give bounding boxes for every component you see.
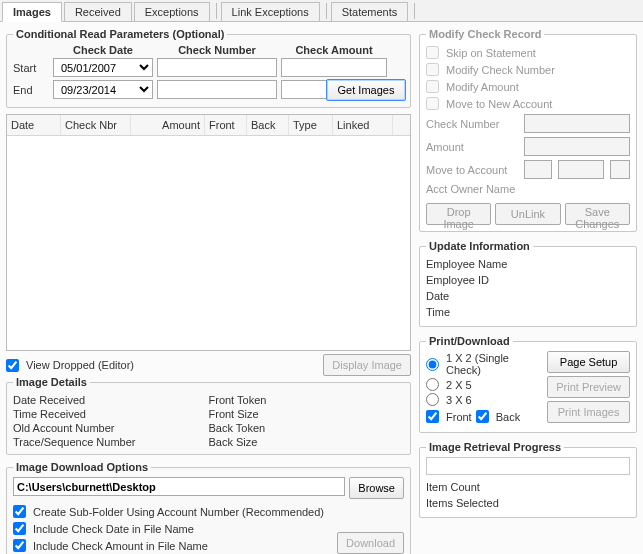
pd-back-row[interactable]: Back [476,408,520,425]
retrieval-progress-group: Image Retrieval Progress Item Count Item… [419,441,637,518]
start-check-number-input[interactable] [157,58,277,77]
drop-image-button: Drop Image [426,203,491,225]
view-dropped-checkbox[interactable] [6,359,19,372]
end-check-number-input[interactable] [157,80,277,99]
print-preview-button[interactable]: Print Preview [547,376,630,398]
tab-received[interactable]: Received [64,2,132,21]
mod-amt-checkbox [426,80,439,93]
page-setup-button[interactable]: Page Setup [547,351,630,373]
move-to-b-input [558,160,604,179]
pd-1x2-row[interactable]: 1 X 2 (Single Check) [426,351,543,377]
col-check-nbr[interactable]: Check Nbr [61,115,131,135]
mod-amt-label: Modify Amount [446,81,519,93]
back-token-label: Back Token [209,422,405,434]
col-check-date: Check Date [53,44,153,56]
table-header: Date Check Nbr Amount Front Back Type Li… [7,115,410,136]
items-selected-label: Items Selected [426,495,630,511]
progress-bar [426,457,630,475]
skip-checkbox [426,46,439,59]
pd-2x5-radio[interactable] [426,378,439,391]
move-new-label: Move to New Account [446,98,552,110]
check-number-input [524,114,630,133]
start-date-select[interactable]: 05/01/2007 [53,58,153,77]
opt-subfolder-row[interactable]: Create Sub-Folder Using Account Number (… [13,503,337,520]
end-label: End [13,84,49,96]
browse-button[interactable]: Browse [349,477,404,499]
modify-check-legend: Modify Check Record [426,28,544,40]
opt-date-label: Include Check Date in File Name [33,523,194,535]
tab-statements[interactable]: Statements [331,2,409,21]
move-to-c-input [610,160,630,179]
download-options-legend: Image Download Options [13,461,151,473]
col-amount[interactable]: Amount [131,115,205,135]
download-path-input[interactable] [13,477,345,496]
col-check-amount: Check Amount [281,44,387,56]
pd-2x5-row[interactable]: 2 X 5 [426,377,543,392]
col-linked[interactable]: Linked [333,115,393,135]
opt-date-row[interactable]: Include Check Date in File Name [13,520,337,537]
unlink-button: UnLink [495,203,560,225]
end-date-select[interactable]: 09/23/2014 [53,80,153,99]
conditional-read-legend: Conditional Read Parameters (Optional) [13,28,227,40]
amount-label: Amount [426,141,518,153]
pd-front-label: Front [446,411,472,423]
opt-subfolder-label: Create Sub-Folder Using Account Number (… [33,506,324,518]
conditional-read-group: Conditional Read Parameters (Optional) C… [6,28,411,108]
check-number-label: Check Number [426,118,518,130]
get-images-button[interactable]: Get Images [326,79,406,101]
opt-amount-checkbox[interactable] [13,539,26,552]
move-new-checkbox [426,97,439,110]
back-size-label: Back Size [209,436,405,448]
front-token-label: Front Token [209,394,405,406]
item-count-label: Item Count [426,479,630,495]
pd-front-checkbox[interactable] [426,410,439,423]
opt-subfolder-checkbox[interactable] [13,505,26,518]
tab-exceptions[interactable]: Exceptions [134,2,210,21]
save-changes-button: Save Changes [565,203,630,225]
table-body[interactable] [7,136,410,350]
pd-1x2-label: 1 X 2 (Single Check) [446,352,543,376]
pd-front-row[interactable]: Front [426,408,472,425]
retrieval-progress-legend: Image Retrieval Progress [426,441,564,453]
display-image-button[interactable]: Display Image [323,354,411,376]
opt-amount-row[interactable]: Include Check Amount in File Name [13,537,337,554]
opt-amount-label: Include Check Amount in File Name [33,540,208,552]
print-download-group: Print/Download 1 X 2 (Single Check) 2 X … [419,335,637,433]
pd-3x6-label: 3 X 6 [446,394,472,406]
col-front[interactable]: Front [205,115,247,135]
start-check-amount-input[interactable] [281,58,387,77]
date-received-label: Date Received [13,394,209,406]
skip-label: Skip on Statement [446,47,536,59]
col-check-number: Check Number [157,44,277,56]
image-details-legend: Image Details [13,376,90,388]
modify-check-group: Modify Check Record Skip on Statement Mo… [419,28,637,232]
pd-back-checkbox[interactable] [476,410,489,423]
mod-num-label: Modify Check Number [446,64,555,76]
upd-time-label: Time [426,304,630,320]
tab-images[interactable]: Images [2,2,62,22]
print-images-button[interactable]: Print Images [547,401,630,423]
trace-label: Trace/Sequence Number [13,436,209,448]
tab-link-exceptions[interactable]: Link Exceptions [221,2,320,21]
col-type[interactable]: Type [289,115,333,135]
pd-1x2-radio[interactable] [426,358,439,371]
update-info-group: Update Information Employee Name Employe… [419,240,637,327]
mod-num-checkbox [426,63,439,76]
old-account-label: Old Account Number [13,422,209,434]
skip-row: Skip on Statement [426,44,630,61]
mod-amt-row: Modify Amount [426,78,630,95]
pd-3x6-row[interactable]: 3 X 6 [426,392,543,407]
image-details-group: Image Details Date Received Front Token … [6,376,411,455]
emp-name-label: Employee Name [426,256,630,272]
download-button[interactable]: Download [337,532,404,554]
pd-3x6-radio[interactable] [426,393,439,406]
view-dropped-row[interactable]: View Dropped (Editor) [6,357,134,374]
tab-separator [216,3,217,19]
time-received-label: Time Received [13,408,209,420]
download-options-group: Image Download Options Browse Create Sub… [6,461,411,554]
opt-date-checkbox[interactable] [13,522,26,535]
move-to-a-input [524,160,552,179]
col-back[interactable]: Back [247,115,289,135]
col-date[interactable]: Date [7,115,61,135]
front-size-label: Front Size [209,408,405,420]
